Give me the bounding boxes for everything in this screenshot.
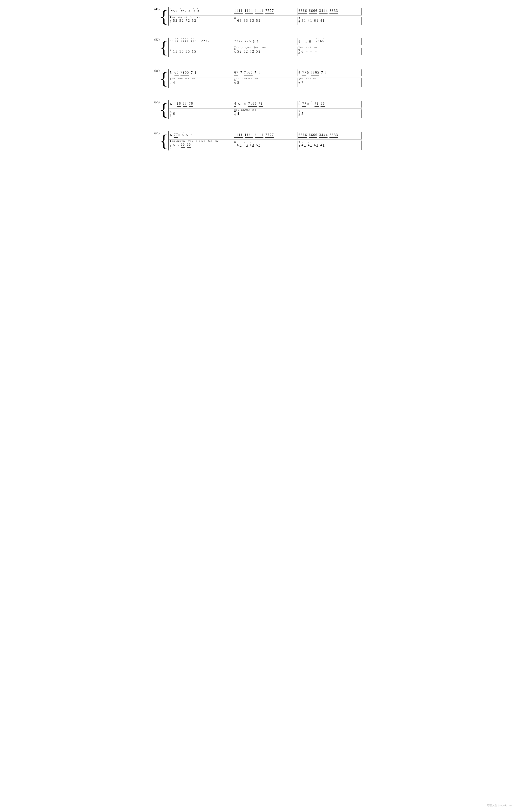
upper-staff-row-61: { ·6 ·7 7 0 <box>160 131 362 150</box>
note: ·i <box>236 9 238 13</box>
lower-measure-49-1: 5 5 · ·5 2 ·5 2 <box>169 17 233 25</box>
note: ·5 <box>243 50 245 54</box>
note: ·5 <box>256 50 258 54</box>
note: 2 <box>201 39 203 44</box>
beam-group: 2 2 2 2 <box>201 39 209 44</box>
note: 2 <box>194 19 196 23</box>
note: ·7 <box>191 70 193 75</box>
measure-52-2: 7 7 7 7 7 7 5 ·5 <box>233 38 297 45</box>
note: ·i <box>251 9 253 13</box>
note: ·6 <box>298 70 300 75</box>
upper-staff-55: ·5. ·6 ·5 <box>169 69 362 77</box>
note: 2 <box>205 39 207 44</box>
note: ·4 <box>320 143 322 147</box>
rest: – <box>242 112 243 116</box>
rest: – <box>246 81 248 85</box>
section-55: (55) { ·5. ·6 <box>154 69 362 88</box>
beam-group: ·i ·6 <box>177 102 181 107</box>
note: ·6 <box>237 19 239 23</box>
note: 3 <box>334 133 336 137</box>
note: 2 <box>176 19 177 23</box>
measure-52-3: ·6 ·i ·6 ·7 <box>297 38 362 45</box>
upper-staff-61: ·6 ·7 7 0 ·5 <box>169 131 362 140</box>
measure-58-1: ·6 ·i ·6 <box>169 101 233 108</box>
note: ·3 <box>330 9 331 13</box>
beam-group: ·6 ·5 <box>321 102 325 107</box>
section-49: (49) { ·7̄777 ·7̄75 <box>154 7 362 26</box>
note: ·5 <box>179 19 181 23</box>
note: ·5 <box>256 143 258 147</box>
note: 4 <box>237 112 239 116</box>
upper-staff-row-52: { ·i ·i ·i <box>160 38 362 57</box>
time-sig-lower-3: 5 4 · <box>298 17 300 25</box>
note: ·i <box>246 70 248 75</box>
note: ·6 <box>321 102 323 106</box>
note: ·i <box>185 102 187 106</box>
note: ·i <box>262 9 264 13</box>
note: ·6 <box>191 102 193 106</box>
note: 1 <box>310 143 312 147</box>
note: 1 <box>304 19 306 23</box>
rest: – <box>251 112 252 116</box>
note: 6 <box>305 133 307 137</box>
note: ·6 <box>243 19 245 23</box>
beam-group: ·6 6 6 6 <box>298 9 307 14</box>
note: ·1 <box>192 50 194 54</box>
section-number-55: (55) <box>154 69 160 72</box>
note: ·i <box>247 133 249 137</box>
note: 4 <box>324 133 325 137</box>
note: 4 <box>321 133 323 137</box>
time-sig-58-2: 4 4 · <box>234 110 236 118</box>
beam-group: ·6 ·7 <box>234 70 238 76</box>
note: ·1 <box>250 143 252 147</box>
measure-52-1: ·i ·i ·i ·i <box>169 38 233 45</box>
note: 6 <box>313 133 315 137</box>
note: 2 <box>208 39 209 44</box>
note: 3 <box>332 9 334 13</box>
note: ·i <box>185 39 186 44</box>
rest: – <box>246 112 248 116</box>
beam-group: 7 7 7 7 <box>265 9 274 14</box>
beam-group: ·3 3 3 3 <box>330 9 338 14</box>
note: ·6 <box>234 70 236 75</box>
beam-group: ·i ·i ·i ·i <box>245 133 253 138</box>
section-58: (58) { ·6 ·i <box>154 100 362 119</box>
beam-group: ·7 ·i ·6 ·5 <box>311 70 319 76</box>
note: ·3 <box>193 9 195 13</box>
note: ·i <box>261 102 263 106</box>
rest: – <box>177 112 179 116</box>
note: 7 <box>265 9 267 13</box>
staff-body-55: ·5. ·6 ·5 <box>169 69 362 88</box>
lower-measure-52-2: 5 5 · ·5 2 ·5 2 <box>233 47 297 56</box>
beam-group: ·6 6 6 6 <box>298 133 307 138</box>
lower-measure-61-1: 5 5 · 5 5 ·5 5 <box>169 141 233 149</box>
beam-group: ·6 6 6 6 <box>309 133 317 138</box>
note: 6 <box>303 133 305 137</box>
note: 2 <box>259 50 260 54</box>
note: ·5 <box>192 19 194 23</box>
note: ·i <box>187 39 189 44</box>
rest: – <box>186 112 188 116</box>
measure-61-2: ·i ·i ·i ·i <box>233 132 297 139</box>
lower-measure-61-2: 6 · ·6 3 ·6 3 <box>233 141 297 149</box>
note: 6 <box>303 9 305 13</box>
note: ·i <box>177 102 179 106</box>
note: 6 <box>311 133 313 137</box>
note: ·i <box>236 133 238 137</box>
note: 6 <box>313 9 315 13</box>
note: ·5. <box>170 70 173 75</box>
note: ·i <box>239 9 241 13</box>
lower-measure-55-1: 4 4 · 4 – – – <box>169 78 233 87</box>
note: 5 <box>173 143 175 147</box>
note: ·i <box>239 133 241 137</box>
note: ·3 <box>330 133 331 137</box>
lower-staff-52: 1 ·1 5 ·1 5 ·3 <box>169 46 362 57</box>
note: ·5 <box>251 70 252 75</box>
note: ·6 <box>298 102 300 106</box>
measure-49-2: ·i ·i ·i ·i <box>233 8 297 15</box>
note: 0 <box>178 133 180 138</box>
beam-group: ·7 ·i <box>259 102 263 107</box>
note: 7 <box>268 133 269 137</box>
brace-52: { <box>160 38 169 57</box>
grand-staff-61: { ·6 ·7 7 0 <box>160 131 362 150</box>
